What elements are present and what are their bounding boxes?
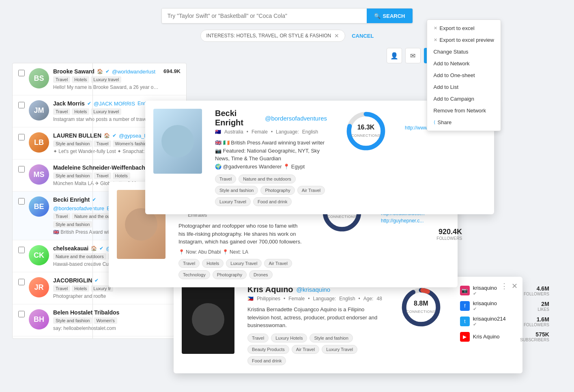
check-icon-jack: ✔: [87, 101, 91, 106]
ctag-jacob-6: Photography: [213, 270, 247, 279]
ctag-kris-1: Travel: [247, 334, 269, 342]
result-checkbox-jacob-list[interactable]: [18, 279, 25, 285]
tags-becki-card: Travel Nature and the outdoors Style and…: [215, 174, 327, 206]
bio-becki-card: 🇬🇧 🇮🇪 British Press Award winning travel…: [215, 139, 327, 170]
share-item[interactable]: ⟨ Share: [427, 116, 501, 128]
bio-kris-card: Kristina Bernadette Cojuangco Aquino is …: [247, 306, 382, 330]
result-row-brooke: BS Brooke Saward 🏠 ✔ @worldwanderlust Tr…: [13, 63, 186, 95]
result-checkbox-becki[interactable]: [18, 198, 25, 205]
export-excel-label: Export to excel: [440, 25, 475, 31]
connections-num-kris: 8.8M: [406, 300, 436, 307]
filter-remove-icon[interactable]: ✕: [334, 32, 339, 39]
share-icon: ⟨: [434, 120, 435, 125]
ctag-becki-5: Air Travel: [297, 186, 325, 195]
cancel-link[interactable]: CANCEL: [352, 33, 374, 39]
result-checkbox-belen[interactable]: [18, 311, 25, 317]
profile-icon-button[interactable]: 👤: [387, 48, 402, 63]
search-icon: 🔍: [374, 13, 381, 19]
tag-brooke-3: Luxury travel: [91, 76, 121, 83]
result-checkbox-lauren[interactable]: [18, 134, 25, 140]
ctag-becki-7: Food and drink: [253, 197, 292, 206]
name-becki: Becki Enright: [53, 196, 90, 203]
add-onesheet-item[interactable]: Add to One-sheet: [427, 69, 501, 81]
card-avatar-kris: [182, 285, 234, 354]
actions-dropdown: ✕ Export to excel ✕ Export to excel prev…: [427, 19, 501, 131]
result-row-kris-list: KA Kris Aquino ✔ @krisaquino Enrich Styl…: [13, 336, 186, 339]
donut-becki: 16.3K CONNECTIONS: [333, 109, 398, 153]
card-name-becki: Becki Enright: [215, 109, 262, 127]
card-header-kris: Kris Aquino @krisaquino 🇵🇭 Philippines •…: [182, 285, 514, 365]
kris-card-facebook-icon: f: [460, 301, 470, 311]
export-preview-item[interactable]: ✕ Export to excel preview: [427, 34, 501, 46]
ctag-becki-4: Photography: [260, 186, 295, 195]
kris-card-twitter-icon: t: [460, 317, 470, 326]
handle-jack: @JACK MORRIS: [94, 101, 135, 107]
search-bar: 🔍 SEARCH: [161, 8, 413, 24]
kris-tw-label: FOLLOWERS: [524, 323, 549, 327]
remove-network-label: Remove from Network: [434, 108, 486, 114]
export-excel-item[interactable]: ✕ Export to excel: [427, 22, 501, 34]
add-network-item[interactable]: Add to Network: [427, 58, 501, 69]
kris-insta-name: krisaquino: [473, 285, 497, 291]
card-close-kris[interactable]: ✕: [512, 282, 518, 291]
language-label-kris: Language:: [313, 296, 336, 302]
result-checkbox-madeleine[interactable]: [18, 166, 25, 172]
gender-kris: Female: [288, 296, 305, 302]
ctag-jacob-3: Luxury Travel: [226, 259, 262, 268]
avatar-lauren: LB: [29, 132, 49, 153]
ctag-kris-7: Food and drink: [247, 356, 286, 365]
tag-madeleine-2: Travel: [94, 172, 111, 179]
search-button-label: SEARCH: [383, 13, 405, 19]
name-belen: Belen Hostalet Tribaldos: [53, 309, 119, 316]
connections-label-jacob: CONNECTIONS: [327, 215, 357, 219]
search-button[interactable]: 🔍 SEARCH: [367, 9, 413, 23]
location-jacob: 📍 Now: Abu Dhabi 📍 Next: LA: [178, 249, 303, 255]
avatar-brooke: BS: [29, 68, 49, 88]
tags-brooke: Travel Hotels Luxury travel: [53, 76, 159, 83]
website2-jacob: http://guyhepner.c...: [381, 218, 462, 224]
divider-line: [92, 63, 93, 339]
mail-icon-button[interactable]: ✉: [405, 48, 421, 63]
result-row-belen: BH Belen Hostalet Tribaldos Style and fa…: [13, 304, 186, 336]
kris-fb-label: LIKES: [537, 307, 549, 312]
handle-becki: @bordersofadventure: [53, 205, 104, 211]
result-checkbox-jack[interactable]: [18, 102, 25, 108]
result-checkbox-chelsea[interactable]: [18, 247, 25, 253]
check-icon-chelsea: ✔: [99, 246, 103, 251]
connections-label-becki: CONNECTIONS: [351, 134, 381, 138]
result-info-brooke: Brooke Saward 🏠 ✔ @worldwanderlust Trave…: [53, 68, 159, 90]
share-label: Share: [438, 119, 452, 125]
tag-lauren-1: Style and fashion: [53, 140, 92, 147]
ctag-jacob-2: Hotels: [202, 259, 224, 268]
check-icon-brooke: ✔: [105, 69, 110, 74]
bio-jacob-card: Photographer and roofopper who rose to f…: [178, 222, 303, 246]
check-icon-jacob: ✔: [95, 278, 99, 283]
result-checkbox-brooke[interactable]: [18, 70, 25, 76]
change-status-item[interactable]: Change Status: [427, 46, 501, 58]
add-onesheet-label: Add to One-sheet: [434, 72, 475, 78]
add-network-label: Add to Network: [434, 60, 470, 67]
tag-jack-3: Luxury travel: [91, 108, 121, 115]
country-becki: Australia: [224, 129, 243, 135]
search-input[interactable]: [162, 9, 367, 23]
ctag-becki-1: Travel: [215, 174, 236, 183]
remove-network-item[interactable]: Remove from Network: [427, 105, 501, 116]
ctag-jacob-1: Travel: [178, 259, 200, 268]
tag-chelsea-1: Nature and the outdoors: [53, 253, 106, 260]
language-label-becki: Language:: [276, 129, 299, 135]
name-jacob: JACOBRIGLIN: [53, 277, 92, 284]
social-kris: 📷 krisaquino ✔ 4.6M FOLLOWERS f krisaqui…: [460, 285, 549, 346]
card-more-kris[interactable]: ⋮: [501, 282, 508, 291]
card-meta-becki: 🇦🇺 Australia • Female • Language: Englis…: [215, 129, 327, 135]
social-tw-kris: t krisaquino214 ✔ 1.6M FOLLOWERS: [460, 316, 549, 327]
avatar-madeleine: MS: [29, 164, 49, 185]
avatar-becki: BE: [29, 196, 49, 217]
ctag-becki-2: Nature and the outdoors: [239, 174, 296, 183]
home-icon-chelsea: 🏠: [91, 246, 97, 251]
home-icon-lauren: 🏠: [104, 133, 110, 138]
x-icon-2: ✕: [434, 37, 437, 43]
add-campaign-item[interactable]: Add to Campaign: [427, 93, 501, 105]
add-list-item[interactable]: Add to List: [427, 81, 501, 93]
tag-belen-2: Women's: [94, 317, 117, 324]
ctag-kris-6: Luxury Travel: [322, 345, 357, 354]
